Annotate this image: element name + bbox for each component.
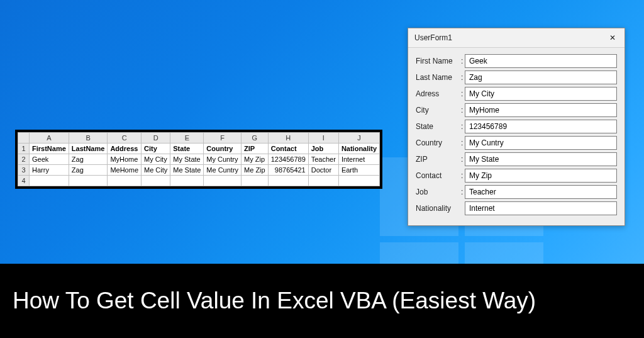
cell[interactable]: Zag: [69, 154, 108, 165]
cell[interactable]: [142, 176, 170, 186]
cell[interactable]: [170, 176, 204, 186]
form-row-firstname: First Name:: [416, 54, 617, 68]
form-row-lastname: Last Name:: [416, 70, 617, 84]
row-header[interactable]: 3: [18, 165, 30, 176]
label-job: Job:: [416, 188, 465, 196]
col-header[interactable]: H: [268, 133, 308, 144]
cell[interactable]: Teacher: [308, 154, 338, 165]
cell[interactable]: [338, 176, 379, 186]
cell[interactable]: [30, 176, 69, 186]
cell[interactable]: [69, 176, 108, 186]
input-contact[interactable]: [465, 169, 617, 183]
userform-titlebar[interactable]: UserForm1 ✕: [408, 28, 625, 48]
form-row-zip: ZIP:: [416, 152, 617, 166]
row-header[interactable]: 4: [18, 176, 30, 186]
cell[interactable]: My State: [170, 154, 204, 165]
input-state[interactable]: [465, 120, 617, 133]
label-lastname: Last Name:: [416, 73, 465, 82]
close-button[interactable]: ✕: [607, 32, 618, 43]
cell[interactable]: My Zip: [242, 154, 269, 165]
col-header[interactable]: B: [69, 133, 108, 144]
cell[interactable]: Me State: [170, 165, 204, 176]
col-header[interactable]: D: [142, 133, 170, 144]
col-header[interactable]: G: [242, 133, 269, 144]
cell[interactable]: Internet: [338, 154, 379, 165]
page-title: How To Get Cell Value In Excel VBA (Easi…: [13, 286, 536, 315]
cell[interactable]: MyHome: [108, 154, 142, 165]
cell[interactable]: Zag: [69, 165, 108, 176]
table-row-empty: 4: [18, 176, 380, 186]
table-header-row: 1 FirstName LastName Address City State …: [18, 144, 380, 154]
label-contact: Contact:: [416, 171, 465, 180]
input-address[interactable]: [465, 87, 617, 101]
col-header[interactable]: I: [308, 133, 338, 144]
row-header[interactable]: 2: [18, 154, 30, 165]
cell[interactable]: 123456789: [268, 154, 308, 165]
cell[interactable]: ZIP: [242, 144, 269, 154]
cell[interactable]: My Cuntry: [204, 154, 242, 165]
cell[interactable]: My City: [142, 154, 170, 165]
input-firstname[interactable]: [465, 54, 617, 68]
col-header[interactable]: A: [30, 133, 69, 144]
cell[interactable]: Geek: [30, 154, 69, 165]
cell[interactable]: Job: [308, 144, 338, 154]
cell[interactable]: Me Cuntry: [204, 165, 242, 176]
input-city[interactable]: [465, 103, 617, 117]
input-lastname[interactable]: [465, 70, 617, 84]
label-nationality: Nationality: [416, 204, 465, 213]
excel-grid[interactable]: A B C D E F G H I J 1 FirstName LastName…: [18, 132, 380, 186]
cell[interactable]: [242, 176, 269, 186]
column-header-row: A B C D E F G H I J: [18, 133, 380, 144]
form-row-nationality: Nationality: [416, 201, 617, 215]
cell[interactable]: Harry: [30, 165, 69, 176]
col-header[interactable]: E: [170, 133, 204, 144]
cell[interactable]: FirstName: [30, 144, 69, 154]
form-row-city: City:: [416, 103, 617, 117]
cell[interactable]: Doctor: [308, 165, 338, 176]
form-row-address: Adress:: [416, 87, 617, 101]
input-zip[interactable]: [465, 152, 617, 166]
cell[interactable]: Country: [204, 144, 242, 154]
cell[interactable]: [108, 176, 142, 186]
cell[interactable]: Address: [108, 144, 142, 154]
title-banner: How To Get Cell Value In Excel VBA (Easi…: [0, 264, 644, 338]
label-state: State:: [416, 122, 465, 131]
cell[interactable]: 98765421: [268, 165, 308, 176]
cell[interactable]: [204, 176, 242, 186]
input-country[interactable]: [465, 136, 617, 150]
userform-window: UserForm1 ✕ First Name: Last Name: Adres…: [408, 28, 625, 226]
userform-title: UserForm1: [414, 33, 452, 42]
cell[interactable]: Me City: [142, 165, 170, 176]
input-job[interactable]: [465, 185, 617, 199]
cell[interactable]: Me Zip: [242, 165, 269, 176]
cell[interactable]: City: [142, 144, 170, 154]
col-header[interactable]: J: [338, 133, 379, 144]
select-all-corner[interactable]: [18, 133, 30, 144]
form-row-contact: Contact:: [416, 169, 617, 183]
form-row-job: Job:: [416, 185, 617, 199]
close-icon: ✕: [609, 34, 616, 42]
label-city: City:: [416, 106, 465, 115]
label-country: Country:: [416, 138, 465, 147]
excel-sheet: A B C D E F G H I J 1 FirstName LastName…: [15, 130, 382, 189]
form-row-state: State:: [416, 120, 617, 133]
col-header[interactable]: C: [108, 133, 142, 144]
col-header[interactable]: F: [204, 133, 242, 144]
label-firstname: First Name:: [416, 57, 465, 65]
table-row: 3 Harry Zag MeHome Me City Me State Me C…: [18, 165, 380, 176]
cell[interactable]: Nationality: [338, 144, 379, 154]
cell[interactable]: [308, 176, 338, 186]
cell[interactable]: Earth: [338, 165, 379, 176]
row-header[interactable]: 1: [18, 144, 30, 154]
userform-body: First Name: Last Name: Adress: City: Sta…: [408, 48, 625, 225]
cell[interactable]: [268, 176, 308, 186]
cell[interactable]: LastName: [69, 144, 108, 154]
cell[interactable]: State: [170, 144, 204, 154]
input-nationality[interactable]: [465, 201, 617, 215]
cell[interactable]: MeHome: [108, 165, 142, 176]
table-row: 2 Geek Zag MyHome My City My State My Cu…: [18, 154, 380, 165]
label-zip: ZIP:: [416, 155, 465, 164]
form-row-country: Country:: [416, 136, 617, 150]
cell[interactable]: Contact: [268, 144, 308, 154]
label-address: Adress:: [416, 89, 465, 98]
